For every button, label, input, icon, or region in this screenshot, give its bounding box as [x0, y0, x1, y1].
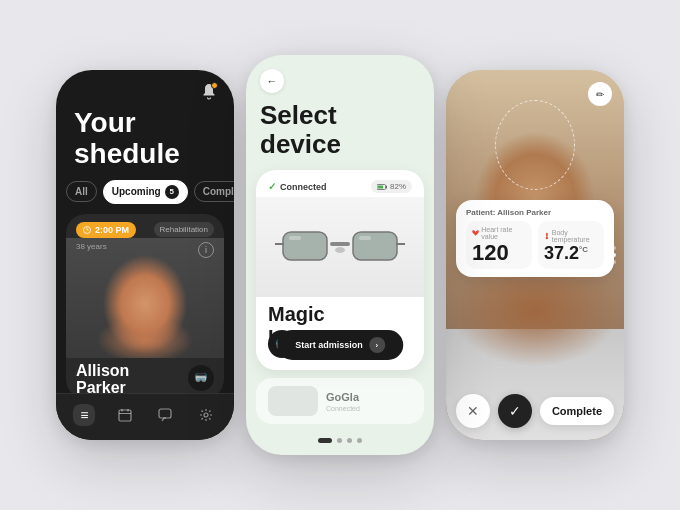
- svg-rect-10: [159, 409, 171, 418]
- device-image: [256, 197, 424, 297]
- svg-rect-17: [283, 232, 327, 260]
- secondary-device-image: [268, 386, 318, 416]
- heart-rate-label: Heart rate value: [472, 226, 526, 240]
- age-label: 38 years: [76, 242, 107, 251]
- dot-4: [357, 438, 362, 443]
- patient-photo: 38 years i: [66, 238, 224, 358]
- heart-rate-value: 120: [472, 242, 526, 264]
- arrow-icon: ›: [369, 337, 385, 353]
- complete-button[interactable]: Complete: [540, 397, 614, 425]
- svg-rect-25: [546, 233, 548, 237]
- info-icon[interactable]: i: [198, 242, 214, 258]
- nav-chat[interactable]: [154, 404, 176, 426]
- connected-badge: ✓ Connected: [268, 181, 327, 192]
- svg-point-26: [546, 237, 548, 239]
- notification-dot: [211, 82, 218, 89]
- patient-background: ✏ Patient: Allison Parker Heart rate val…: [446, 70, 624, 440]
- svg-rect-13: [378, 185, 383, 188]
- tab-all[interactable]: All: [66, 181, 97, 202]
- svg-rect-14: [386, 185, 387, 188]
- middle-phone: ← Select device ✓ Connected 82%: [246, 55, 434, 455]
- status-bar: [56, 70, 234, 104]
- dot-1: [318, 438, 332, 443]
- face-outline: [495, 100, 575, 190]
- svg-rect-23: [289, 236, 301, 240]
- edit-button[interactable]: ✏: [588, 82, 612, 106]
- svg-rect-19: [353, 232, 397, 260]
- dot-3: [347, 438, 352, 443]
- page-dots: [246, 438, 434, 443]
- svg-rect-24: [359, 236, 371, 240]
- check-icon: ✓: [268, 181, 276, 192]
- device-card-main[interactable]: ✓ Connected 82%: [256, 170, 424, 370]
- svg-point-22: [335, 247, 345, 253]
- secondary-device-name: GoGla: [326, 391, 360, 403]
- schedule-title: Your shedule: [56, 104, 234, 180]
- start-admission-button[interactable]: Start admission ›: [277, 330, 403, 360]
- confirm-button[interactable]: ✓: [498, 394, 532, 428]
- nav-home[interactable]: ≡: [73, 404, 95, 426]
- select-device-title: Select device: [246, 93, 434, 170]
- tabs-row: All Upcoming 5 Complete: [56, 180, 234, 214]
- tab-complete[interactable]: Complete: [194, 181, 234, 202]
- secondary-status: Connected: [326, 405, 360, 412]
- svg-rect-6: [119, 410, 131, 421]
- svg-point-11: [204, 413, 208, 417]
- temperature-box: Body temperature 37.2°C: [538, 221, 604, 269]
- ar-icon[interactable]: 🥽: [188, 365, 214, 391]
- right-phone: ✏ Patient: Allison Parker Heart rate val…: [446, 70, 624, 440]
- temperature-label: Body temperature: [544, 229, 598, 243]
- middle-top: ←: [246, 55, 434, 93]
- category-label: Rehabilitation: [154, 222, 214, 237]
- bottom-actions: ✕ ✓ Complete: [456, 394, 614, 428]
- temperature-value: 37.2°C: [544, 243, 588, 264]
- nav-calendar[interactable]: [114, 404, 136, 426]
- patient-card[interactable]: 2:00 PM Rehabilitation 38 years i Alliso…: [66, 214, 224, 399]
- time-badge: 2:00 PM: [76, 222, 136, 238]
- vitals-row: Heart rate value 120 Body temperature 37…: [466, 221, 604, 269]
- cancel-button[interactable]: ✕: [456, 394, 490, 428]
- back-button[interactable]: ←: [260, 69, 284, 93]
- phones-container: Your shedule All Upcoming 5 Complete 2:0…: [56, 55, 624, 455]
- nav-settings[interactable]: [195, 404, 217, 426]
- upcoming-badge: 5: [165, 185, 179, 199]
- patient-info-label: Patient: Allison Parker: [466, 208, 604, 217]
- left-phone: Your shedule All Upcoming 5 Complete 2:0…: [56, 70, 234, 440]
- tab-upcoming[interactable]: Upcoming 5: [103, 180, 188, 204]
- battery-badge: 82%: [371, 180, 412, 193]
- bottom-nav: ≡: [56, 393, 234, 440]
- device-card-secondary[interactable]: GoGla Connected: [256, 378, 424, 424]
- patient-info-card: Patient: Allison Parker Heart rate value…: [456, 200, 614, 277]
- bell-icon[interactable]: [200, 82, 218, 100]
- svg-rect-15: [330, 242, 350, 246]
- heart-rate-box: Heart rate value 120: [466, 221, 532, 269]
- dot-2: [337, 438, 342, 443]
